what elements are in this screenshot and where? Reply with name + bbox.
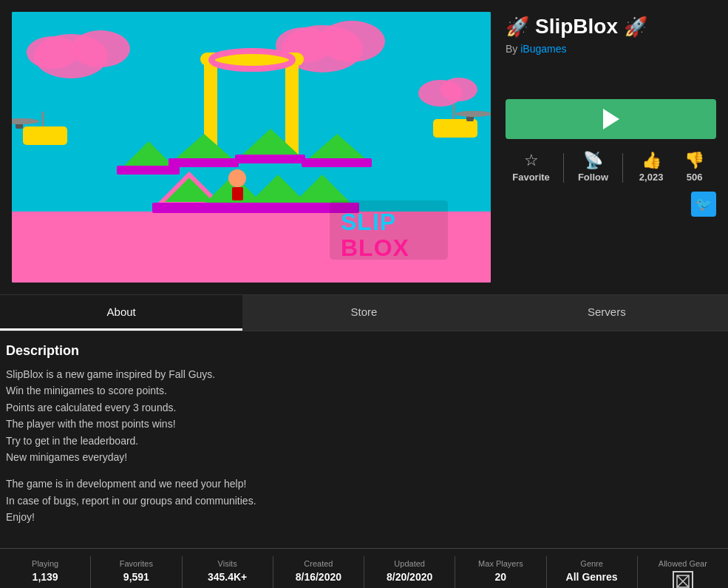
svg-rect-35 bbox=[433, 119, 477, 138]
svg-rect-26 bbox=[169, 158, 239, 167]
thumbs-up-icon: 👍 bbox=[642, 152, 661, 169]
desc-line-3: Points are calculated every 3 rounds. bbox=[6, 399, 722, 416]
created-value: 8/16/2020 bbox=[296, 571, 341, 583]
favorite-label: Favorite bbox=[512, 172, 550, 183]
stat-favorites: Favorites 9,591 bbox=[91, 556, 182, 588]
twitter-button[interactable]: 🐦 bbox=[691, 192, 716, 217]
game-title: SlipBlox bbox=[535, 15, 618, 38]
max-players-label: Max Players bbox=[478, 559, 523, 568]
tab-store[interactable]: Store bbox=[242, 295, 485, 331]
stat-max-players: Max Players 20 bbox=[455, 556, 546, 588]
follow-button[interactable]: 📡 Follow bbox=[578, 152, 608, 183]
play-button[interactable] bbox=[506, 99, 716, 139]
created-label: Created bbox=[304, 559, 333, 568]
genre-value: All Genres bbox=[566, 571, 618, 583]
stat-updated: Updated 8/20/2020 bbox=[364, 556, 455, 588]
svg-point-37 bbox=[455, 111, 491, 117]
playing-label: Playing bbox=[32, 559, 58, 568]
action-divider-1 bbox=[563, 153, 564, 183]
right-panel: 🚀 SlipBlox 🚀 By iBugames ☆ Favorite 📡 Fo… bbox=[506, 12, 716, 283]
game-thumbnail: SLIP BLOX bbox=[12, 12, 491, 283]
star-icon: ☆ bbox=[524, 152, 539, 169]
desc-line-5: Try to get in the leaderboard. bbox=[6, 433, 722, 449]
svg-point-2 bbox=[71, 30, 130, 67]
playing-value: 1,139 bbox=[33, 571, 58, 583]
visits-label: Visits bbox=[218, 559, 237, 568]
tabs-bar: About Store Servers bbox=[0, 294, 728, 331]
desc-line-1: SlipBlox is a new game inspired by Fall … bbox=[6, 366, 722, 382]
desc-line-6: New minigames everyday! bbox=[6, 449, 722, 465]
thumbs-down-icon: 👎 bbox=[684, 152, 704, 169]
stat-genre: Genre All Genres bbox=[547, 556, 638, 588]
description-section: Description SlipBlox is a new game inspi… bbox=[0, 331, 728, 548]
by-line: By iBugames bbox=[506, 43, 716, 55]
tab-servers[interactable]: Servers bbox=[486, 295, 728, 331]
favorites-label: Favorites bbox=[120, 559, 153, 568]
stats-bar: Playing 1,139 Favorites 9,591 Visits 345… bbox=[0, 548, 728, 588]
svg-rect-43 bbox=[232, 187, 243, 200]
social-row: 🐦 bbox=[506, 186, 716, 217]
thumbs-up-button[interactable]: 👍 2,023 bbox=[636, 152, 666, 183]
favorite-button[interactable]: ☆ Favorite bbox=[512, 152, 550, 183]
desc-line-2: Win the minigames to score points. bbox=[6, 382, 722, 399]
by-text: By bbox=[506, 43, 520, 55]
thumbs-down-button[interactable]: 👎 506 bbox=[680, 152, 710, 183]
allowed-gear-label: Allowed Gear bbox=[659, 559, 707, 568]
play-icon bbox=[603, 109, 619, 129]
updated-label: Updated bbox=[394, 559, 425, 568]
thumbs-up-count: 2,023 bbox=[639, 172, 664, 183]
tab-about[interactable]: About bbox=[0, 295, 242, 331]
stat-visits: Visits 345.4K+ bbox=[183, 556, 273, 588]
updated-value: 8/20/2020 bbox=[387, 571, 432, 583]
desc-line-8: In case of bugs, report in our groups an… bbox=[6, 493, 722, 509]
genre-label: Genre bbox=[580, 559, 603, 568]
desc-line-9: Enjoy! bbox=[6, 509, 722, 525]
stat-playing: Playing 1,139 bbox=[0, 556, 91, 588]
stat-created: Created 8/16/2020 bbox=[273, 556, 364, 588]
visits-value: 345.4K+ bbox=[208, 571, 247, 583]
desc-line-7: The game is in development and we need y… bbox=[6, 476, 722, 492]
thumbs-down-count: 506 bbox=[687, 172, 703, 183]
svg-rect-28 bbox=[235, 155, 305, 163]
desc-paragraph-2: The game is in development and we need y… bbox=[6, 476, 722, 525]
stat-allowed-gear: Allowed Gear bbox=[638, 556, 728, 588]
follow-label: Follow bbox=[578, 172, 608, 183]
description-text: SlipBlox is a new game inspired by Fall … bbox=[6, 366, 722, 526]
description-title: Description bbox=[6, 343, 722, 359]
svg-rect-30 bbox=[302, 158, 372, 167]
rocket-left-icon: 🚀 bbox=[506, 16, 529, 38]
creator-link[interactable]: iBugames bbox=[520, 43, 566, 55]
svg-point-42 bbox=[228, 169, 246, 187]
top-section: SLIP BLOX 🚀 SlipBlox 🚀 By iBugames ☆ Fav… bbox=[0, 0, 728, 294]
action-divider-2 bbox=[622, 153, 623, 183]
follow-icon: 📡 bbox=[583, 152, 603, 169]
svg-rect-31 bbox=[23, 126, 67, 145]
rocket-right-icon: 🚀 bbox=[624, 16, 647, 38]
desc-paragraph-1: SlipBlox is a new game inspired by Fall … bbox=[6, 366, 722, 465]
game-title-row: 🚀 SlipBlox 🚀 bbox=[506, 15, 716, 38]
action-bar: ☆ Favorite 📡 Follow 👍 2,023 👎 506 bbox=[506, 149, 716, 186]
svg-point-3 bbox=[27, 36, 78, 69]
svg-point-8 bbox=[440, 78, 477, 101]
svg-text:SLIP: SLIP bbox=[341, 209, 396, 235]
desc-line-4: The player with the most points wins! bbox=[6, 416, 722, 432]
allowed-gear-icon bbox=[673, 571, 693, 588]
svg-text:BLOX: BLOX bbox=[341, 234, 409, 261]
twitter-icon: 🐦 bbox=[695, 196, 712, 212]
favorites-value: 9,591 bbox=[123, 571, 149, 583]
max-players-value: 20 bbox=[495, 571, 507, 583]
